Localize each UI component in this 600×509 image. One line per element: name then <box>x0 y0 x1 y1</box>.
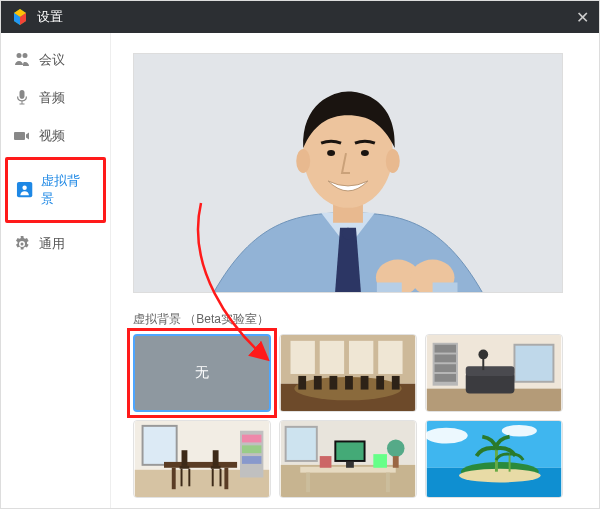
sidebar-item-general[interactable]: 通用 <box>1 225 110 263</box>
svg-rect-22 <box>349 341 373 374</box>
svg-point-43 <box>478 350 488 360</box>
svg-rect-21 <box>320 341 344 374</box>
sidebar: 会议 音频 视频 虚拟背景 <box>1 33 111 508</box>
svg-rect-61 <box>242 435 261 443</box>
svg-rect-57 <box>211 466 221 469</box>
main-panel: 虚拟背景 （Beta实验室） 无 <box>111 33 599 508</box>
svg-rect-62 <box>242 445 261 453</box>
people-icon <box>13 51 31 69</box>
sidebar-item-virtual-background[interactable]: 虚拟背景 <box>8 162 103 218</box>
background-grid: 无 <box>133 334 585 498</box>
section-label: 虚拟背景 （Beta实验室） <box>133 311 585 328</box>
svg-rect-44 <box>482 358 484 370</box>
svg-rect-56 <box>213 450 219 466</box>
svg-rect-38 <box>435 354 456 362</box>
sidebar-item-meeting[interactable]: 会议 <box>1 41 110 79</box>
svg-rect-31 <box>392 376 400 390</box>
bg-none-label: 无 <box>195 364 209 382</box>
svg-rect-70 <box>386 473 390 492</box>
bg-option-office-desk[interactable] <box>279 420 417 498</box>
gear-icon <box>13 235 31 253</box>
svg-point-83 <box>459 469 541 483</box>
sidebar-item-label: 通用 <box>39 235 65 253</box>
svg-rect-54 <box>181 469 183 487</box>
svg-point-12 <box>327 150 335 156</box>
svg-rect-85 <box>509 454 511 472</box>
window-title: 设置 <box>37 8 576 26</box>
svg-rect-16 <box>377 282 402 292</box>
svg-rect-63 <box>242 456 261 464</box>
svg-point-80 <box>426 428 468 444</box>
bg-option-none[interactable]: 无 <box>133 334 271 412</box>
svg-rect-17 <box>433 282 458 292</box>
video-preview <box>133 53 563 293</box>
svg-rect-20 <box>291 341 315 374</box>
svg-rect-52 <box>182 450 188 466</box>
svg-rect-40 <box>435 374 456 382</box>
svg-rect-34 <box>514 345 553 382</box>
svg-rect-66 <box>286 427 317 461</box>
sidebar-item-video[interactable]: 视频 <box>1 117 110 155</box>
bg-option-diningroom[interactable] <box>133 420 271 498</box>
svg-point-7 <box>342 228 354 240</box>
svg-point-76 <box>387 440 405 458</box>
svg-point-11 <box>386 149 400 173</box>
svg-rect-51 <box>224 468 228 489</box>
svg-rect-72 <box>336 442 363 460</box>
svg-rect-28 <box>345 376 353 390</box>
svg-rect-74 <box>373 454 387 468</box>
svg-rect-58 <box>212 469 214 487</box>
app-logo-icon <box>11 8 29 26</box>
svg-point-13 <box>361 150 369 156</box>
svg-rect-53 <box>180 466 190 469</box>
camera-icon <box>13 127 31 145</box>
svg-rect-26 <box>314 376 322 390</box>
svg-rect-47 <box>143 426 177 465</box>
svg-rect-30 <box>376 376 384 390</box>
svg-rect-69 <box>306 473 310 492</box>
annotation-highlight-sidebar: 虚拟背景 <box>5 157 106 223</box>
bg-option-boardroom[interactable] <box>279 334 417 412</box>
svg-rect-55 <box>188 469 190 487</box>
window-body: 会议 音频 视频 虚拟背景 <box>1 33 599 508</box>
svg-rect-75 <box>320 456 332 468</box>
svg-rect-73 <box>346 462 354 468</box>
svg-rect-42 <box>466 366 515 376</box>
svg-rect-37 <box>435 345 456 353</box>
bg-option-livingroom[interactable] <box>425 334 563 412</box>
svg-point-5 <box>22 186 26 190</box>
sidebar-item-label: 虚拟背景 <box>41 172 91 208</box>
sidebar-item-label: 音频 <box>39 89 65 107</box>
svg-rect-49 <box>164 462 237 468</box>
svg-rect-39 <box>435 364 456 372</box>
microphone-icon <box>13 89 31 107</box>
settings-window: 设置 ✕ 会议 音频 视频 <box>0 0 600 509</box>
svg-rect-50 <box>172 468 176 489</box>
svg-rect-77 <box>393 456 399 468</box>
sidebar-item-label: 会议 <box>39 51 65 69</box>
svg-point-10 <box>296 149 310 173</box>
bg-option-tropical-island[interactable] <box>425 420 563 498</box>
close-icon[interactable]: ✕ <box>576 8 589 27</box>
svg-rect-25 <box>298 376 306 390</box>
person-square-icon <box>16 181 33 199</box>
svg-point-81 <box>502 425 537 437</box>
titlebar: 设置 ✕ <box>1 1 599 33</box>
svg-rect-29 <box>361 376 369 390</box>
svg-rect-59 <box>220 469 222 487</box>
svg-rect-27 <box>329 376 337 390</box>
sidebar-item-label: 视频 <box>39 127 65 145</box>
svg-rect-23 <box>378 341 402 374</box>
sidebar-item-audio[interactable]: 音频 <box>1 79 110 117</box>
